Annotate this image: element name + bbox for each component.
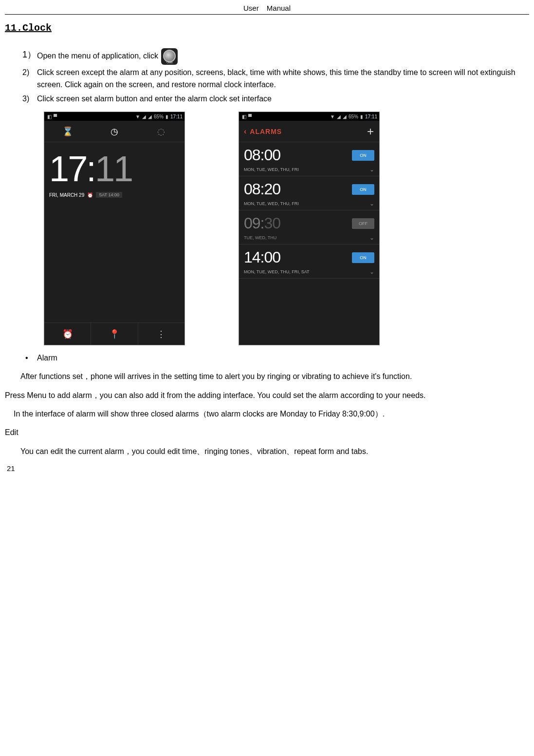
battery-icon: ▮ [166,114,168,119]
step-1-marker: 1） [22,48,36,62]
chevron-down-icon[interactable]: ⌄ [369,166,374,173]
alarm-days: MON, TUE, WED, THU, FRI, SAT [244,269,310,274]
status-bar: ◧ ▀ ▼ ◢ ◢ 65% ▮ 17:11 [239,112,379,121]
chevron-down-icon[interactable]: ⌄ [369,268,374,275]
alarm-toggle[interactable]: OFF [352,218,374,229]
next-alarm-label: SAT 14:00 [96,192,122,198]
bullet-label: Alarm [37,354,57,362]
signal-icon: ◢ [148,114,152,119]
alarm-time: 08:20 [244,180,280,198]
status-bar: ◧ ▀ ▼ ◢ ◢ 65% ▮ 17:11 [44,112,184,121]
battery-percent: 65% [349,114,358,119]
screenshots-row: ◧ ▀ ▼ ◢ ◢ 65% ▮ 17:11 ⌛ ◷ ◌ 17:11 FRI, M… [5,112,529,345]
paragraph-1: After functions set，phone will arrives i… [5,369,529,384]
status-time: 17:11 [365,114,377,119]
alarms-header: ‹ ALARMS + [239,121,379,142]
clock-time: 17:11 [49,151,180,187]
alarm-toggle[interactable]: ON [352,184,374,195]
section-heading: 11.Clock [5,22,529,34]
step-1: 1） Open the menu of application, click [37,48,529,65]
paragraph-2: Press Menu to add alarm，you can also add… [5,388,529,403]
tab-stopwatch[interactable]: ◌ [138,121,184,142]
alarm-small-icon: ⏰ [87,192,93,198]
edit-label: Edit [5,425,529,440]
step-3: 3) Click screen set alarm button and ent… [37,93,529,105]
status-time: 17:11 [170,114,183,119]
alarm-item[interactable]: 08:00ONMON, TUE, WED, THU, FRI⌄ [239,142,379,176]
alarm-days: TUE, WED, THU [244,235,276,240]
clock-minute: 11 [95,149,132,189]
battery-icon: ▮ [360,114,363,119]
clock-bottombar: ⏰ 📍 ⋮ [44,322,184,345]
chevron-down-icon[interactable]: ⌄ [369,234,374,241]
alarms-screenshot: ◧ ▀ ▼ ◢ ◢ 65% ▮ 17:11 ‹ ALARMS + 08:00ON… [239,112,380,345]
step-1-text: Open the menu of application, click [37,52,158,60]
wifi-icon: ▼ [135,114,140,119]
back-icon[interactable]: ‹ [244,127,247,136]
bullet-alarm: • Alarm [37,351,529,365]
clock-screenshot: ◧ ▀ ▼ ◢ ◢ 65% ▮ 17:11 ⌛ ◷ ◌ 17:11 FRI, M… [44,112,185,345]
signal-icon: ◢ [142,114,146,119]
notif-icon: ◧ [242,114,246,119]
add-alarm-icon[interactable]: + [367,125,374,138]
clock-tabs: ⌛ ◷ ◌ [44,121,184,142]
header-title: User Manual [5,0,529,14]
bottombar-alarm[interactable]: ⏰ [44,323,91,345]
status-left-icons: ◧ ▀ [241,114,252,119]
alarms-list: 08:00ONMON, TUE, WED, THU, FRI⌄08:20ONMO… [239,142,379,279]
bottombar-more[interactable]: ⋮ [138,323,184,345]
signal-icon: ◢ [343,114,347,119]
signal-icon: ◢ [337,114,341,119]
notif-icon: ◧ [47,114,52,119]
tab-clock[interactable]: ◷ [91,121,138,142]
alarm-days: MON, TUE, WED, THU, FRI [244,201,299,206]
step-3-marker: 3) [22,93,29,105]
alarm-toggle[interactable]: ON [352,150,374,161]
paragraph-4: You can edit the current alarm，you could… [5,444,529,459]
alarm-time: 08:00 [244,146,280,164]
status-left-icons: ◧ ▀ [46,114,57,119]
notif-icon: ▀ [54,114,57,119]
steps-list: 1） Open the menu of application, click 2… [5,48,529,105]
alarm-toggle[interactable]: ON [352,252,374,263]
step-2: 2) Click screen except the alarm at any … [37,67,529,91]
alarm-time: 14:00 [244,248,280,266]
alarm-item[interactable]: 09:30OFFTUE, WED, THU⌄ [239,210,379,245]
alarm-time: 09:30 [244,214,280,232]
clock-app-icon [161,48,178,65]
notif-icon: ▀ [248,114,252,119]
step-2-marker: 2) [22,67,29,79]
alarm-item[interactable]: 08:20ONMON, TUE, WED, THU, FRI⌄ [239,176,379,210]
clock-colon: : [86,149,95,189]
paragraph-3: In the interface of alarm will show thre… [5,407,529,421]
page-number: 21 [7,464,15,472]
header-rule [5,14,529,15]
clock-subline: FRI, MARCH 29 ⏰ SAT 14:00 [49,192,180,198]
clock-date: FRI, MARCH 29 [49,192,84,198]
step-2-text: Click screen except the alarm at any pos… [37,68,516,89]
bullet-dot: • [25,351,28,365]
battery-percent: 65% [154,114,164,119]
bottombar-location[interactable]: 📍 [91,323,138,345]
bullet-section: • Alarm [5,351,529,365]
alarm-days: MON, TUE, WED, THU, FRI [244,167,299,172]
chevron-down-icon[interactable]: ⌄ [369,200,374,207]
alarm-item[interactable]: 14:00ONMON, TUE, WED, THU, FRI, SAT⌄ [239,245,379,279]
alarms-title: ALARMS [250,128,282,135]
step-3-text: Click screen set alarm button and enter … [37,94,272,103]
clock-display: 17:11 FRI, MARCH 29 ⏰ SAT 14:00 [44,142,184,198]
tab-timer[interactable]: ⌛ [44,121,91,142]
wifi-icon: ▼ [330,114,335,119]
clock-hour: 17 [49,149,86,189]
